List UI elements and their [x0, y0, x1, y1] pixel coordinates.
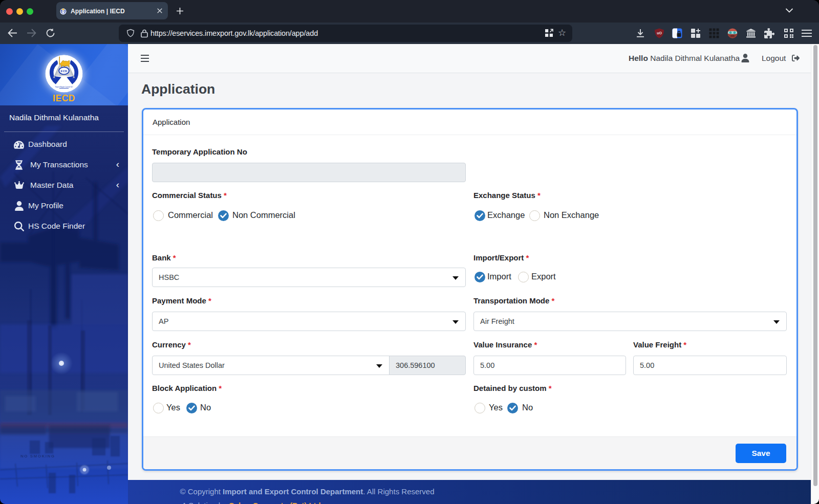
svg-text:"Import Export Control De": "Import Export Control De" — [55, 86, 73, 88]
svg-text:NO SMOKING: NO SMOKING — [20, 454, 55, 458]
svg-text:ECD: ECD — [61, 69, 68, 73]
svg-text:uO: uO — [657, 31, 662, 35]
